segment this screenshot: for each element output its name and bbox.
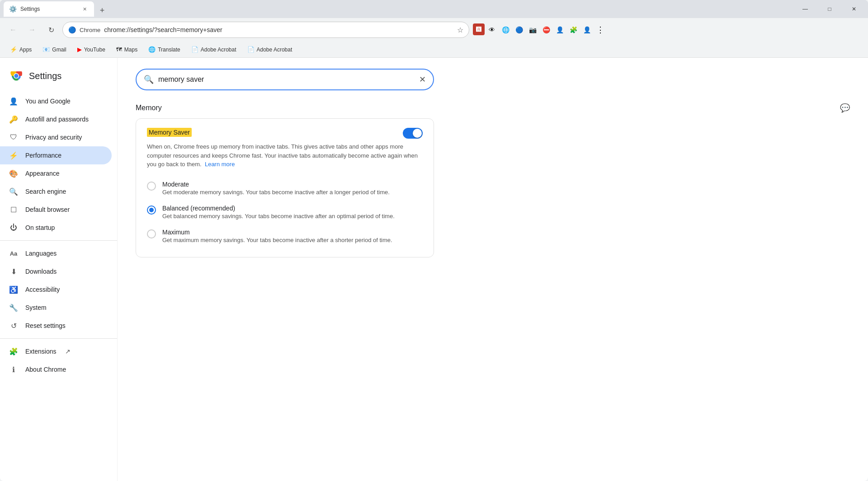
ext-icon-8[interactable]: 🧩	[567, 23, 580, 36]
performance-label: Performance	[25, 152, 61, 159]
memory-saver-header: Memory Saver	[147, 128, 423, 139]
on-startup-label: On startup	[25, 224, 55, 231]
maximum-radio-button[interactable]	[147, 229, 156, 238]
default-browser-icon: ☐	[9, 205, 18, 214]
search-clear-button[interactable]: ✕	[419, 75, 426, 84]
settings-search-box[interactable]: 🔍 ✕	[136, 69, 434, 90]
forward-button[interactable]: →	[24, 22, 40, 37]
sidebar-item-languages[interactable]: Aa Languages	[0, 244, 112, 262]
adobe1-bookmark-label: Adobe Acrobat	[201, 47, 236, 53]
sidebar-item-you-and-google[interactable]: 👤 You and Google	[0, 92, 112, 110]
sidebar-item-search-engine[interactable]: 🔍 Search engine	[0, 182, 112, 201]
restore-button[interactable]: □	[819, 2, 840, 16]
downloads-label: Downloads	[25, 268, 57, 275]
url-text: chrome://settings/?search=memory+saver	[104, 26, 453, 33]
more-options-button[interactable]: ⋮	[594, 23, 607, 36]
title-bar: ⚙️ Settings ✕ + — □ ✕	[0, 0, 868, 18]
search-engine-label: Search engine	[25, 188, 66, 195]
settings-content: 🔍 ✕ Memory 💬 Memory Saver When on, Chrom…	[118, 58, 868, 481]
ext-icon-5[interactable]: 📷	[526, 23, 539, 36]
languages-label: Languages	[25, 250, 57, 257]
languages-icon: Aa	[9, 249, 18, 258]
ext-icon-3[interactable]: 🌐	[499, 23, 512, 36]
minimize-button[interactable]: —	[795, 2, 816, 16]
active-tab[interactable]: ⚙️ Settings ✕	[4, 1, 94, 17]
bookmark-star-icon[interactable]: ☆	[457, 26, 463, 34]
ext-icon-1[interactable]: 🅰	[473, 23, 485, 35]
sidebar-item-privacy[interactable]: 🛡 Privacy and security	[0, 128, 112, 146]
learn-more-link[interactable]: Learn more	[205, 161, 235, 168]
bookmark-adobe-1[interactable]: 📄 Adobe Acrobat	[187, 44, 241, 55]
settings-logo: Settings	[0, 65, 117, 92]
radio-option-moderate[interactable]: Moderate Get moderate memory savings. Yo…	[147, 176, 423, 200]
radio-option-balanced[interactable]: Balanced (recommended) Get balanced memo…	[147, 200, 423, 224]
bookmark-adobe-2[interactable]: 📄 Adobe Acrobat	[243, 44, 297, 55]
sidebar-item-autofill[interactable]: 🔑 Autofill and passwords	[0, 110, 112, 128]
moderate-radio-button[interactable]	[147, 182, 156, 191]
tab-close-button[interactable]: ✕	[80, 5, 89, 13]
bookmark-gmail[interactable]: 📧 Gmail	[38, 44, 71, 55]
you-google-label: You and Google	[25, 98, 71, 105]
sidebar-divider-2	[0, 338, 117, 339]
ext-icon-4[interactable]: 🔵	[513, 23, 525, 36]
ext-icon-7[interactable]: 👤	[553, 23, 566, 36]
sidebar-item-performance[interactable]: ⚡ Performance	[0, 146, 112, 164]
default-browser-label: Default browser	[25, 206, 70, 213]
reload-button[interactable]: ↻	[43, 22, 59, 37]
gmail-bookmark-label: Gmail	[52, 47, 66, 53]
address-bar[interactable]: 🔵 Chrome chrome://settings/?search=memor…	[62, 22, 469, 38]
autofill-icon: 🔑	[9, 115, 18, 124]
memory-feedback-icon[interactable]: 💬	[840, 103, 850, 113]
sidebar-item-reset-settings[interactable]: ↺ Reset settings	[0, 317, 112, 335]
memory-saver-toggle[interactable]	[403, 128, 423, 139]
site-icon: 🔵	[68, 26, 76, 33]
maps-bookmark-icon: 🗺	[116, 46, 122, 53]
sidebar-item-extensions[interactable]: 🧩 Extensions ↗	[0, 342, 112, 360]
sidebar-divider	[0, 240, 117, 241]
tab-favicon: ⚙️	[9, 5, 17, 13]
youtube-bookmark-label: YouTube	[84, 47, 105, 53]
sidebar-item-system[interactable]: 🔧 System	[0, 299, 112, 317]
search-engine-icon: 🔍	[9, 187, 18, 196]
new-tab-button[interactable]: +	[96, 4, 108, 17]
settings-search-input[interactable]	[158, 75, 415, 84]
sidebar-item-on-startup[interactable]: ⏻ On startup	[0, 219, 112, 237]
moderate-desc: Get moderate memory savings. Your tabs b…	[162, 189, 390, 196]
sidebar: Settings 👤 You and Google 🔑 Autofill and…	[0, 58, 118, 481]
bookmark-youtube[interactable]: ▶ YouTube	[73, 44, 110, 55]
bookmark-apps[interactable]: ⚡ Apps	[5, 44, 36, 55]
sidebar-item-default-browser[interactable]: ☐ Default browser	[0, 201, 112, 219]
browser-window: ⚙️ Settings ✕ + — □ ✕ ← → ↻ 🔵 Chrome chr…	[0, 0, 868, 481]
translate-bookmark-label: Translate	[158, 47, 180, 53]
memory-saver-card: Memory Saver When on, Chrome frees up me…	[136, 118, 434, 257]
appearance-icon: 🎨	[9, 169, 18, 178]
external-link-icon: ↗	[65, 348, 71, 355]
balanced-radio-button[interactable]	[147, 205, 156, 215]
apps-bookmark-icon: ⚡	[10, 46, 17, 53]
chrome-logo-icon	[9, 69, 24, 83]
adobe2-bookmark-label: Adobe Acrobat	[257, 47, 292, 53]
back-button[interactable]: ←	[5, 22, 21, 37]
radio-option-maximum[interactable]: Maximum Get maximum memory savings. Your…	[147, 224, 423, 248]
ext-icon-9[interactable]: 👤	[580, 23, 593, 36]
youtube-bookmark-icon: ▶	[77, 46, 82, 53]
ext-icon-2[interactable]: 👁	[486, 23, 498, 36]
adobe1-bookmark-icon: 📄	[191, 46, 198, 53]
content-area: Settings 👤 You and Google 🔑 Autofill and…	[0, 58, 868, 481]
close-button[interactable]: ✕	[844, 2, 864, 16]
memory-saver-description: When on, Chrome frees up memory from ina…	[147, 142, 423, 169]
sidebar-item-downloads[interactable]: ⬇ Downloads	[0, 262, 112, 280]
ext-icon-6[interactable]: ⛔	[540, 23, 552, 36]
downloads-icon: ⬇	[9, 267, 18, 276]
bookmark-maps[interactable]: 🗺 Maps	[112, 44, 142, 55]
balanced-label: Balanced (recommended)	[162, 205, 395, 212]
sidebar-item-accessibility[interactable]: ♿ Accessibility	[0, 280, 112, 299]
sidebar-item-about-chrome[interactable]: ℹ About Chrome	[0, 360, 112, 378]
sidebar-item-appearance[interactable]: 🎨 Appearance	[0, 164, 112, 182]
bookmark-translate[interactable]: 🌐 Translate	[144, 44, 185, 55]
accessibility-icon: ♿	[9, 285, 18, 294]
system-icon: 🔧	[9, 303, 18, 312]
maps-bookmark-label: Maps	[124, 47, 137, 53]
search-magnifier-icon: 🔍	[144, 75, 154, 84]
extensions-icon: 🧩	[9, 347, 18, 356]
